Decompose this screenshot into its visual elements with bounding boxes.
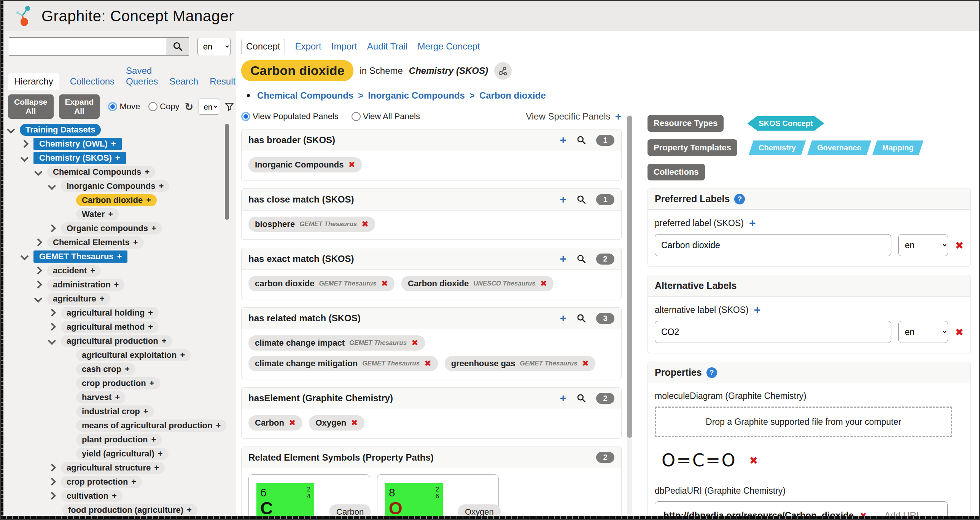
add-child-icon[interactable]: + [158,449,163,458]
search-icon[interactable] [576,313,586,323]
copy-radio-option[interactable]: Copy [148,102,179,112]
chevron-down-icon[interactable] [34,168,42,176]
tree-node-agriculture[interactable]: agriculture+ [47,293,110,305]
value-tag-climate-change-impact[interactable]: climate change impactGEMET Thesaurus✖ [248,335,425,351]
alternative-label-input[interactable] [655,321,891,343]
tree-node-accident[interactable]: accident+ [47,265,101,277]
chevron-right-icon[interactable] [48,323,56,331]
template-tag-chemistry[interactable]: Chemistry [748,140,805,155]
tree-node-chemical-elements[interactable]: Chemical Elements+ [47,236,144,249]
alternative-label-language-select[interactable]: en [898,321,948,343]
add-alternative-label-icon[interactable]: + [754,304,761,316]
search-icon[interactable] [576,135,586,145]
add-child-icon[interactable]: + [133,238,138,247]
value-tag-oxygen[interactable]: Oxygen✖ [309,415,364,431]
search-icon[interactable] [576,254,586,264]
tree-node-inorganic-compounds[interactable]: Inorganic Compounds+ [61,180,169,192]
add-value-icon[interactable]: + [560,253,566,265]
remove-tag-icon[interactable]: ✖ [411,339,418,347]
add-child-icon[interactable]: + [125,364,130,374]
collections-button[interactable]: Collections [648,164,705,180]
chevron-right-icon[interactable] [34,281,42,289]
sidebar-tab-hierarchy[interactable]: Hierarchy [8,73,59,90]
tree-node-water[interactable]: Water+ [76,208,119,220]
add-child-icon[interactable]: + [154,463,159,472]
chevron-down-icon[interactable] [21,154,29,162]
sidebar-scrollbar[interactable] [225,124,229,220]
add-child-icon[interactable]: + [100,294,105,303]
template-tag-governance[interactable]: Governance [807,140,871,155]
value-tag-biosphere[interactable]: biosphereGEMET Thesaurus✖ [248,217,375,232]
remove-tag-icon[interactable]: ✖ [348,161,355,169]
remove-tag-icon[interactable]: ✖ [351,419,358,427]
tree-node-gemet-thesaurus[interactable]: GEMET Thesaurus+ [33,250,127,263]
add-child-icon[interactable]: + [90,266,95,275]
tab-concept[interactable]: Concept [241,39,285,54]
tree-node-agricultural-exploitation[interactable]: agricultural exploitation+ [76,349,191,361]
chevron-down-icon[interactable] [7,126,15,134]
value-tag-climate-change-mitigation[interactable]: climate change mitigationGEMET Thesaurus… [248,356,438,371]
remove-tag-icon[interactable]: ✖ [424,359,431,368]
add-child-icon[interactable]: + [108,209,113,219]
add-child-icon[interactable]: + [146,195,151,205]
chevron-down-icon[interactable] [48,337,56,345]
chevron-right-icon[interactable] [48,224,56,232]
resource-types-button[interactable]: Resource Types [648,115,724,132]
remove-tag-icon[interactable]: ✖ [361,220,368,228]
tree-node-chemical-compounds[interactable]: Chemical Compounds+ [47,166,155,178]
add-child-icon[interactable]: + [151,435,156,444]
tree-node-yield-agricultural[interactable]: yield (agricultural)+ [76,448,169,460]
chevron-right-icon[interactable] [34,266,42,274]
scheme-graph-icon[interactable] [494,62,512,80]
help-icon[interactable]: ? [734,194,745,204]
move-radio-option[interactable]: Move [108,102,140,112]
tree-node-administration[interactable]: administration+ [47,279,124,291]
tree-language-select[interactable]: en [199,99,219,115]
breadcrumb-link-chemical-compounds[interactable]: Chemical Compounds [257,90,353,101]
resource-type-tag[interactable]: SKOS Concept [747,116,824,131]
view-all-radio[interactable] [352,112,361,121]
value-tag-carbon-dioxide[interactable]: Carbon dioxideUNESCO Thesaurus✖ [401,276,554,291]
remove-tag-icon[interactable]: ✖ [582,359,589,368]
chevron-down-icon[interactable] [21,252,29,260]
value-tag-greenhouse-gas[interactable]: greenhouse gasGEMET Thesaurus✖ [445,356,595,371]
tree-node-cultivation[interactable]: cultivation+ [61,490,123,502]
add-preferred-label-icon[interactable]: + [749,217,756,229]
chevron-right-icon[interactable] [48,478,56,486]
remove-preferred-label-icon[interactable]: ✖ [955,239,964,251]
tree-node-crop-protection[interactable]: crop protection+ [61,476,142,488]
remove-tag-icon[interactable]: ✖ [289,419,296,427]
add-child-icon[interactable]: + [115,392,120,402]
filter-icon[interactable] [224,102,234,112]
tree-node-industrial-crop[interactable]: industrial crop+ [76,405,154,418]
tree-node-chemistry-skos[interactable]: Chemistry (SKOS)+ [33,152,126,164]
tree-node-harvest[interactable]: harvest+ [76,391,126,404]
add-child-icon[interactable]: + [117,252,122,261]
add-panel-icon[interactable]: + [615,111,622,122]
add-child-icon[interactable]: + [187,505,192,515]
breadcrumb-link-inorganic-compounds[interactable]: Inorganic Compounds [368,90,465,101]
tree-node-organic-compounds[interactable]: Organic compounds+ [61,222,162,234]
tab-export[interactable]: Export [295,41,321,52]
chevron-down-icon[interactable] [34,295,42,303]
sidebar-language-select[interactable]: en [197,38,231,55]
remove-tag-icon[interactable]: ✖ [540,279,547,288]
preferred-label-language-select[interactable]: en [898,234,948,256]
add-child-icon[interactable]: + [180,350,185,360]
add-value-icon[interactable]: + [560,392,566,404]
tree-node-training-datasets[interactable]: Training Datasets [20,124,101,136]
tree-node-carbon-dioxide[interactable]: Carbon dioxide+ [76,194,157,206]
collapse-all-button[interactable]: Collapse All [8,94,54,119]
add-child-icon[interactable]: + [151,223,156,233]
search-icon[interactable] [576,393,586,403]
expand-all-button[interactable]: Expand All [59,94,100,119]
tree-node-food-production-agriculture[interactable]: food production (agriculture)+ [62,504,197,516]
tab-audit-trail[interactable]: Audit Trail [367,41,408,52]
tree-node-agricultural-structure[interactable]: agricultural structure+ [61,462,165,474]
tree-node-cash-crop[interactable]: cash crop+ [76,363,135,375]
add-value-icon[interactable]: + [560,313,566,324]
tree-node-plant-production[interactable]: plant production+ [76,434,162,446]
add-child-icon[interactable]: + [112,491,117,501]
value-tag-inorganic-compounds[interactable]: Inorganic Compounds✖ [248,157,362,172]
chevron-right-icon[interactable] [48,464,56,472]
